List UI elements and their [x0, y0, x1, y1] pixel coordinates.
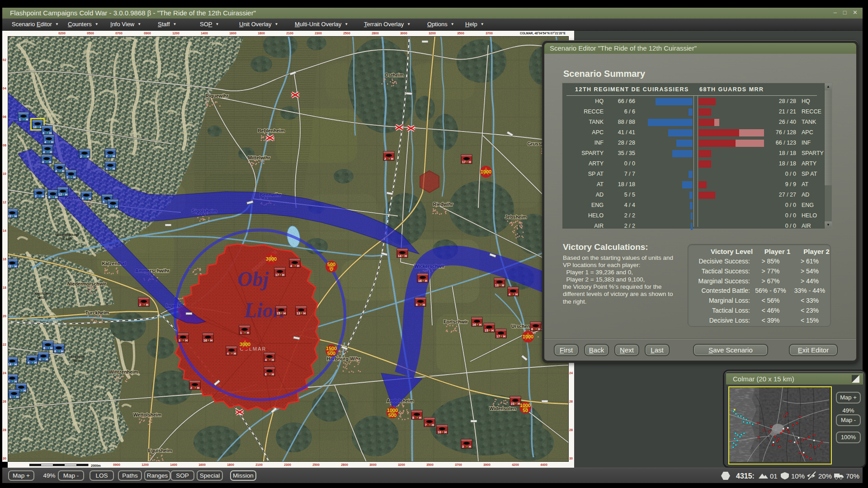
svg-text:4315:: 4315:	[736, 472, 755, 480]
svg-text:2000m: 2000m	[91, 464, 101, 467]
svg-text:70%: 70%	[846, 472, 859, 480]
svg-text:20%: 20%	[818, 472, 832, 480]
svg-text:10%: 10%	[791, 472, 805, 480]
svg-text:01: 01	[770, 472, 778, 480]
